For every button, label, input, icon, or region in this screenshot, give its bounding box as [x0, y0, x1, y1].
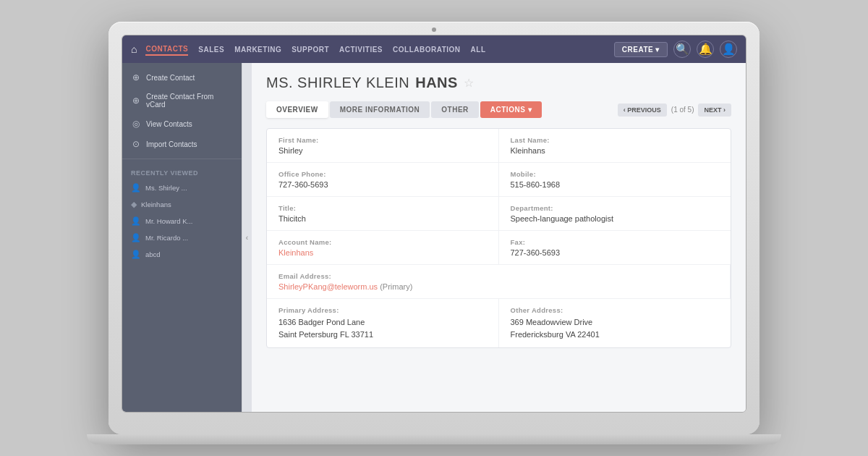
mobile-value: 515-860-1968: [511, 180, 720, 189]
user-icon[interactable]: 👤: [720, 41, 737, 58]
nav-collaboration[interactable]: COLLABORATION: [393, 44, 461, 55]
person-icon-5: 👤: [131, 250, 141, 259]
other-address-field: Other Address: 369 Meadowview Drive Fred…: [499, 299, 731, 347]
recent-item-ricardo[interactable]: 👤 Mr. Ricardo ...: [122, 229, 242, 246]
tabs: OVERVIEW MORE INFORMATION OTHER ACTIONS …: [266, 101, 542, 118]
sidebar-item-import-contacts[interactable]: ⊙ Import Contacts: [122, 134, 242, 154]
tab-more-information[interactable]: MORE INFORMATION: [330, 101, 430, 118]
fax-field: Fax: 727-360-5693: [499, 231, 731, 264]
main-area: ⊕ Create Contact ⊕ Create Contact From v…: [122, 63, 746, 412]
home-icon[interactable]: ⌂: [131, 43, 137, 55]
tab-overview[interactable]: OVERVIEW: [266, 101, 328, 118]
sidebar: ⊕ Create Contact ⊕ Create Contact From v…: [122, 63, 242, 412]
office-phone-label: Office Phone:: [278, 170, 487, 178]
contact-prefix: MS. SHIRLEY KLEIN: [266, 75, 409, 91]
email-suffix: (Primary): [378, 282, 412, 291]
nav-sales[interactable]: SALES: [198, 44, 224, 55]
main-content: MS. SHIRLEY KLEINHANS ☆ OVERVIEW MORE IN…: [252, 63, 746, 412]
nav-support[interactable]: SUPPORT: [292, 44, 329, 55]
recent-item-abcd[interactable]: 👤 abcd: [122, 246, 242, 263]
import-icon: ⊙: [131, 139, 141, 149]
form-row-email: Email Address: ShirleyPKang@teleworm.us …: [267, 265, 731, 299]
tabs-row: OVERVIEW MORE INFORMATION OTHER ACTIONS …: [266, 101, 731, 118]
vcard-icon: ⊕: [131, 96, 141, 106]
email-link[interactable]: ShirleyPKang@teleworm.us: [278, 282, 378, 291]
recent-item-shirley[interactable]: 👤 Ms. Shirley ...: [122, 180, 242, 196]
primary-address-value: 1636 Badger Pond Lane Saint Petersburg F…: [278, 316, 487, 340]
sidebar-item-create-contact[interactable]: ⊕ Create Contact: [122, 67, 242, 88]
other-address-label: Other Address:: [511, 306, 720, 314]
fax-label: Fax:: [511, 238, 720, 246]
form-row-account: Account Name: Kleinhans Fax: 727-360-569…: [267, 231, 731, 265]
page-info: (1 of 5): [671, 106, 694, 114]
fax-value: 727-360-5693: [511, 248, 720, 257]
account-name-value[interactable]: Kleinhans: [278, 248, 487, 257]
title-value: Thicitch: [278, 214, 487, 223]
nav-contacts[interactable]: CONTACTS: [145, 43, 188, 56]
search-icon[interactable]: 🔍: [673, 41, 691, 58]
nav-right: CREATE ▾ 🔍 🔔 👤: [614, 41, 737, 58]
favorite-star-icon[interactable]: ☆: [464, 76, 475, 90]
top-nav: ⌂ CONTACTS SALES MARKETING SUPPORT ACTIV…: [122, 35, 746, 63]
eye-icon: ◎: [131, 119, 141, 129]
title-label: Title:: [278, 204, 487, 212]
office-phone-field: Office Phone: 727-360-5693: [267, 163, 499, 196]
department-value: Speech-language pathologist: [511, 214, 720, 223]
nav-marketing[interactable]: MARKETING: [234, 44, 281, 55]
title-field: Title: Thicitch: [267, 197, 499, 230]
recently-viewed-title: Recently Viewed: [122, 164, 242, 180]
department-field: Department: Speech-language pathologist: [499, 197, 731, 230]
person-icon-3: 👤: [131, 216, 141, 226]
account-name-label: Account Name:: [278, 238, 487, 246]
office-phone-value: 727-360-5693: [278, 180, 487, 189]
first-name-label: First Name:: [278, 136, 487, 144]
sidebar-collapse-toggle[interactable]: ‹: [242, 63, 252, 412]
form-row-name: First Name: Shirley Last Name: Kleinhans: [267, 129, 731, 163]
notifications-icon[interactable]: 🔔: [697, 41, 714, 58]
sidebar-item-create-from-vcard[interactable]: ⊕ Create Contact From vCard: [122, 88, 242, 114]
first-name-field: First Name: Shirley: [267, 129, 499, 162]
recent-item-kleinhans[interactable]: ◆ Kleinhans: [122, 196, 242, 213]
add-circle-icon: ⊕: [131, 72, 141, 83]
last-name-label: Last Name:: [511, 136, 720, 144]
nav-activities[interactable]: ACTIVITIES: [339, 44, 383, 55]
last-name-field: Last Name: Kleinhans: [499, 129, 731, 162]
mobile-label: Mobile:: [511, 170, 720, 178]
pagination-controls: ‹ PREVIOUS (1 of 5) NEXT ›: [618, 104, 731, 117]
next-button[interactable]: NEXT ›: [698, 104, 731, 117]
form-row-phone: Office Phone: 727-360-5693 Mobile: 515-8…: [267, 163, 731, 197]
tab-actions[interactable]: ACTIONS ▾: [480, 101, 542, 118]
sidebar-item-view-contacts[interactable]: ◎ View Contacts: [122, 114, 242, 134]
person-icon-2: ◆: [131, 200, 137, 209]
mobile-field: Mobile: 515-860-1968: [499, 163, 731, 196]
person-icon-4: 👤: [131, 233, 141, 242]
previous-button[interactable]: ‹ PREVIOUS: [618, 104, 667, 117]
email-label: Email Address:: [278, 272, 718, 280]
primary-address-field: Primary Address: 1636 Badger Pond Lane S…: [267, 299, 499, 347]
contact-title: MS. SHIRLEY KLEINHANS ☆: [266, 75, 731, 91]
contact-lastname: HANS: [415, 75, 458, 91]
nav-items: CONTACTS SALES MARKETING SUPPORT ACTIVIT…: [145, 43, 613, 56]
tab-other[interactable]: OTHER: [431, 101, 479, 118]
department-label: Department:: [511, 204, 720, 212]
primary-address-label: Primary Address:: [278, 306, 487, 314]
form-row-address: Primary Address: 1636 Badger Pond Lane S…: [267, 299, 731, 347]
account-name-field: Account Name: Kleinhans: [267, 231, 499, 264]
create-button[interactable]: CREATE ▾: [614, 42, 668, 57]
other-address-value: 369 Meadowview Drive Fredericksburg VA 2…: [511, 316, 720, 340]
recent-item-howard[interactable]: 👤 Mr. Howard K...: [122, 213, 242, 229]
person-icon: 👤: [131, 183, 141, 193]
form-row-title: Title: Thicitch Department: Speech-langu…: [267, 197, 731, 231]
first-name-value: Shirley: [278, 146, 487, 155]
contact-form: First Name: Shirley Last Name: Kleinhans: [266, 128, 731, 348]
email-value: ShirleyPKang@teleworm.us (Primary): [278, 282, 718, 291]
last-name-value: Kleinhans: [511, 146, 720, 155]
nav-all[interactable]: ALL: [471, 44, 486, 55]
email-field: Email Address: ShirleyPKang@teleworm.us …: [267, 265, 731, 298]
